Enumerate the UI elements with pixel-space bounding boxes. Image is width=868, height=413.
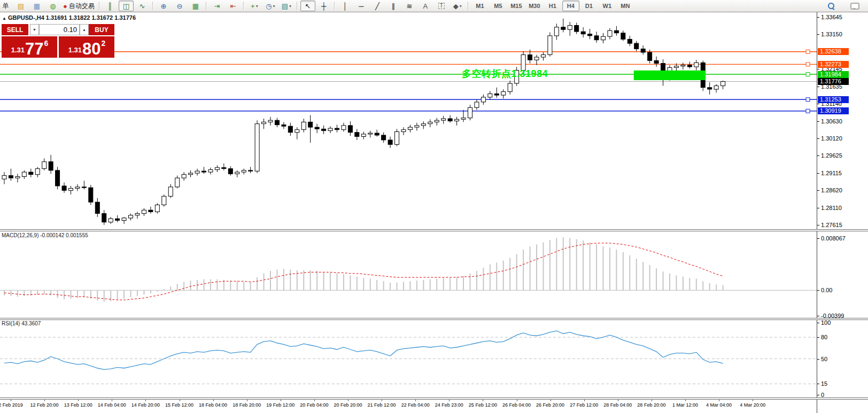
y-axis-tick: 1.30630 [821,118,842,124]
signal-button[interactable]: ◍ [45,1,60,11]
auto-trading-button[interactable]: ●自动交易 [61,1,96,11]
axis-tick-mark [817,138,819,139]
y-axis-tick: 1.28110 [821,205,842,211]
horizontal-line-button[interactable]: ─ [354,1,369,11]
main-chart-canvas[interactable] [0,12,817,230]
macd-pane[interactable] [0,232,817,318]
y-axis-tick: 1.28620 [821,187,842,193]
arrows-button[interactable]: ◆▾ [450,1,465,11]
pane-divider[interactable] [0,229,868,231]
axis-tick-mark [817,316,819,316]
x-axis-label: 13 Feb 12:00 [64,402,92,408]
label-button[interactable]: T [434,1,449,11]
timeframe-h1-button[interactable]: H1 [544,1,561,11]
charts-window-button[interactable]: ▦ [29,1,44,11]
search-icon [828,3,834,9]
axis-tick-mark [817,337,819,338]
bar-chart-button[interactable]: ║ [103,1,118,11]
toolbar-separator [297,2,298,10]
x-axis-label: 19 Feb 12:00 [266,402,294,408]
time-axis[interactable]: 2 Feb 201912 Feb 20:0013 Feb 12:0014 Feb… [0,399,817,413]
buy-price-pip: 2 [102,39,106,48]
y-axis-tick: 50 [821,356,827,362]
cursor-button[interactable]: ↖ [300,1,315,11]
collapse-arrow-icon[interactable]: ▲ [2,16,6,21]
macd-canvas[interactable] [0,232,817,318]
timeframe-d1-button[interactable]: D1 [580,1,598,11]
template-button[interactable]: ▤▾ [279,1,294,11]
x-axis-label: 12 Feb 20:00 [30,402,59,408]
zoom-out-button[interactable]: ⊖ [172,1,187,11]
toolbar-separator [152,2,153,10]
toolbar-separator [99,2,100,10]
crosshair-icon: ┼ [321,3,326,10]
rsi-canvas[interactable] [0,320,817,398]
y-axis-tick: 0 [821,392,824,398]
volume-increase-button[interactable]: ▲ [80,24,89,35]
chart-shift-icon: ⇤ [230,3,236,10]
x-axis-label: 27 Feb 12:00 [570,402,598,408]
x-axis-label: 21 Feb 12:00 [368,402,396,408]
channel-button[interactable]: ∥ [386,1,401,11]
y-axis-tick: 100 [821,320,831,326]
zoom-in-button[interactable]: ⊕ [156,1,171,11]
order-history-icon: ▤ [18,3,24,10]
arrows-icon: ◆ [453,3,459,10]
timeframe-m1-button[interactable]: M1 [471,1,489,11]
buy-button[interactable]: BUY [89,24,114,35]
dropdown-arrow-icon: ▾ [273,4,275,9]
timeframe-m5-button[interactable]: M5 [490,1,507,11]
y-axis-tick: 15 [821,380,827,387]
search-button[interactable] [824,1,839,11]
buy-price-button[interactable]: 1.31 80 2 [59,36,114,58]
crosshair-button[interactable]: ┼ [316,1,331,11]
x-axis-label: 14 Feb 04:00 [98,402,126,408]
add-indicator-button[interactable]: +▾ [247,1,262,11]
rsi-pane[interactable] [0,320,817,398]
axis-tick-mark [817,34,819,35]
axis-tick-mark [817,87,819,87]
vertical-line-button[interactable]: │ [338,1,353,11]
text-button[interactable]: A [418,1,433,11]
axis-tick-mark [817,384,819,384]
tile-windows-icon: ▦ [192,3,199,10]
new-order-button[interactable]: 单 [0,1,12,11]
auto-scroll-button[interactable]: ⇥ [210,1,224,11]
volume-input[interactable] [39,24,80,35]
new-order-button-label: 单 [3,2,9,11]
sell-button[interactable]: SELL [2,24,28,35]
line-chart-button[interactable]: ∿ [135,1,150,11]
pane-divider[interactable] [0,398,868,400]
tile-windows-button[interactable]: ▦ [188,1,203,11]
buy-price-prefix: 1.31 [68,46,82,54]
sell-price-button[interactable]: 1.31 77 6 [2,36,57,58]
timeframe-w1-button[interactable]: W1 [599,1,616,11]
x-axis-label: 14 Feb 20:00 [131,402,160,408]
timeframe-m15-button[interactable]: M15 [508,1,525,11]
y-axis-tick: 1.29625 [821,152,842,159]
toolbar-separator [468,2,469,10]
fibonacci-button[interactable]: ≋ [402,1,417,11]
volume-decrease-button[interactable]: ▼ [30,24,39,35]
x-axis-label: 2 Feb 2019 [0,402,23,408]
chart-shift-button[interactable]: ⇤ [226,1,241,11]
chat-button[interactable] [847,1,862,11]
buy-price-big: 80 [82,42,100,56]
order-history-button[interactable]: ▤ [13,1,28,11]
signal-icon: ◍ [50,3,56,10]
main-chart-pane[interactable] [0,12,817,230]
trendline-button[interactable]: ╱ [370,1,385,11]
channel-icon: ∥ [392,3,396,10]
timeframe-mn-button[interactable]: MN [617,1,634,11]
timeframe-h4-button[interactable]: H4 [562,1,579,11]
add-indicator-icon: + [251,3,255,10]
cursor-icon: ↖ [305,3,311,10]
x-axis-label: 15 Feb 12:00 [165,402,193,408]
horizontal-line-icon: ─ [359,3,363,10]
periods-button[interactable]: ◷▾ [263,1,278,11]
pane-divider[interactable] [0,318,868,320]
price-axis[interactable]: 1.336451.331501.321451.316351.311401.306… [817,12,868,413]
timeframe-m30-button[interactable]: M30 [526,1,543,11]
candlestick-chart-button[interactable]: ◫ [119,1,134,11]
fibonacci-icon: ≋ [406,3,412,10]
